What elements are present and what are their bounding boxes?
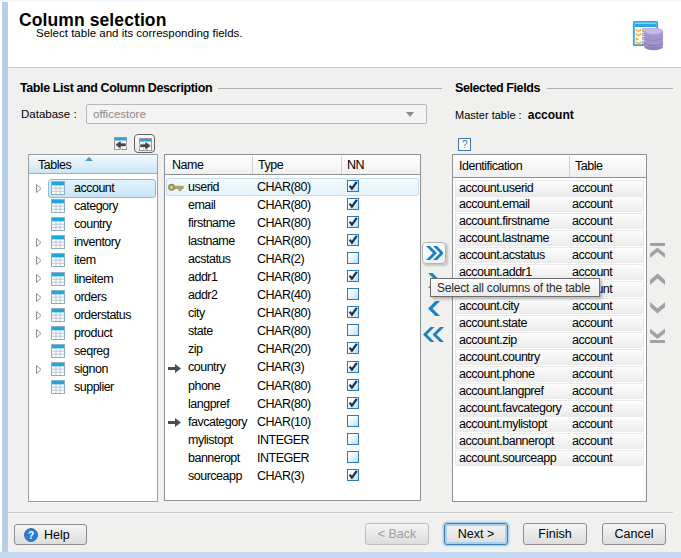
svg-text:?: ? xyxy=(28,530,34,541)
